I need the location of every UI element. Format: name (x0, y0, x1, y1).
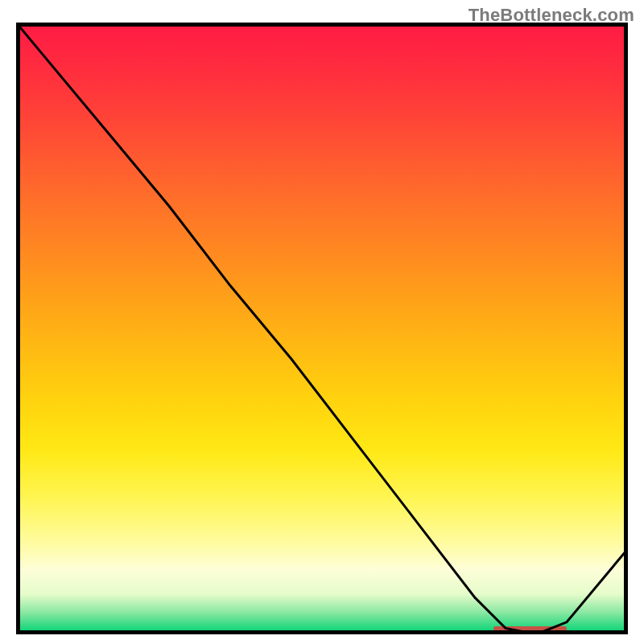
plot-area (16, 23, 628, 634)
plot-frame (16, 23, 628, 634)
chart-container: TheBottleneck.com (0, 0, 644, 644)
